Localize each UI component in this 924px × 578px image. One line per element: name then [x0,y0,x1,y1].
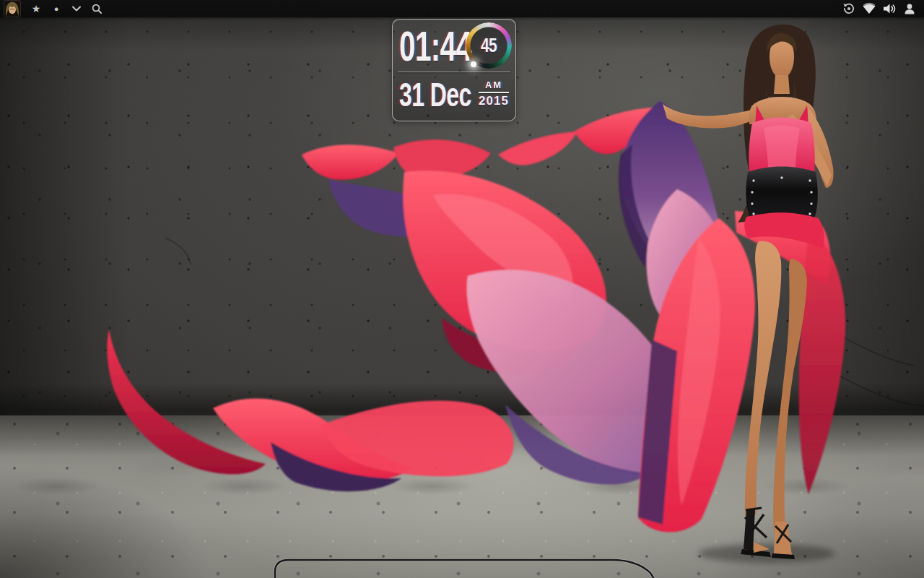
top-panel: ★ ● [0,0,924,17]
history-icon[interactable] [839,0,859,17]
clock-year: 2015 [479,95,509,107]
clock-divider [398,72,510,72]
search-icon[interactable] [87,0,107,17]
clock-seconds-ring: 45 [466,22,512,69]
wifi-icon[interactable] [859,0,879,17]
clock-seconds: 45 [466,22,512,69]
user-icon[interactable] [899,0,920,17]
desktop: ★ ● [0,0,924,578]
chevron-down-icon[interactable] [66,0,87,17]
star-glyph: ★ [32,4,41,14]
dock: CM [0,532,924,578]
circle-glyph: ● [54,5,59,13]
avatar-image [4,1,20,17]
circle-icon[interactable]: ● [46,0,66,17]
clock-widget[interactable]: 01:44 45 31 Dec AM 2015 [392,19,516,121]
volume-icon[interactable] [879,0,899,17]
clock-meridiem: AM [479,80,509,90]
dock-rail [0,532,924,578]
star-icon[interactable]: ★ [26,0,46,17]
clock-meridiem-year: AM 2015 [479,80,509,107]
main-menu-avatar-button[interactable] [4,1,20,17]
